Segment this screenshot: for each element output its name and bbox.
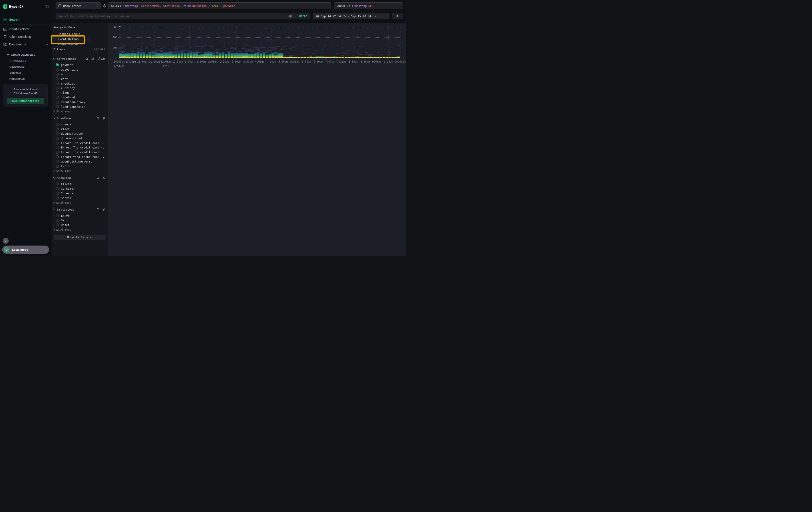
create-dashboard-button[interactable]: Create Dashboard: [0, 51, 52, 58]
local-mode-menu[interactable]: U Local mode ›: [2, 246, 49, 254]
checkbox[interactable]: [56, 132, 59, 135]
help-button[interactable]: ?: [3, 238, 9, 244]
pin-icon[interactable]: [103, 117, 106, 120]
chevron-down-icon[interactable]: [53, 58, 56, 60]
analysis-mode-event-deltas[interactable]: Event Deltas: [54, 36, 91, 42]
checkbox[interactable]: [56, 96, 59, 99]
checkbox[interactable]: [56, 141, 59, 144]
filter-option-checkout[interactable]: checkout: [52, 81, 108, 86]
filter-option-server[interactable]: Server: [52, 196, 108, 200]
checkbox[interactable]: [56, 165, 59, 168]
checkbox[interactable]: [56, 123, 59, 126]
sidebar-item-search[interactable]: Search: [0, 16, 52, 23]
analysis-mode-event-patterns[interactable]: Event Patterns: [54, 42, 91, 47]
checkbox[interactable]: [56, 137, 59, 140]
checkbox[interactable]: [56, 105, 59, 108]
search-icon[interactable]: [97, 117, 99, 120]
filter-option-frontend-proxy[interactable]: frontend-proxy: [52, 100, 108, 104]
filter-option-consumer[interactable]: Consumer: [52, 186, 108, 191]
load-more-button[interactable]: Load more: [52, 227, 108, 232]
chevron-up-icon[interactable]: [46, 44, 48, 45]
presets-toggle[interactable]: PRESETS: [0, 58, 52, 64]
search-icon[interactable]: [85, 57, 88, 60]
more-filters-button[interactable]: More filters: [54, 235, 106, 240]
sidebar-preset-services[interactable]: Services: [0, 70, 52, 76]
checkbox[interactable]: [56, 101, 59, 104]
sidebar-preset-kubernetes[interactable]: Kubernetes: [0, 76, 52, 82]
chevron-down-icon[interactable]: [53, 209, 56, 210]
filter-option-ok[interactable]: Ok: [52, 218, 108, 223]
filter-option-expire[interactable]: EXPIRE: [52, 164, 108, 168]
time-range-picker[interactable]: Sep 14 22:04:35 - Sep 15 10:04:35: [313, 13, 389, 19]
filter-option-payment[interactable]: ✓payment: [52, 62, 108, 67]
sidebar-item-dashboards[interactable]: Dashboards: [0, 41, 52, 48]
filter-option-unset[interactable]: Unset: [52, 223, 108, 227]
checkbox-checked[interactable]: ✓: [56, 63, 59, 66]
clear-all-filters-button[interactable]: Clear all: [91, 48, 105, 51]
filter-option-frontend[interactable]: frontend: [52, 95, 108, 100]
checkbox[interactable]: [56, 151, 59, 154]
checkbox[interactable]: [56, 155, 59, 158]
language-lucene-option[interactable]: Lucene: [298, 15, 307, 18]
checkbox[interactable]: [56, 78, 59, 80]
filter-option-documentload[interactable]: documentLoad: [52, 136, 108, 141]
checkbox[interactable]: [56, 146, 59, 149]
pin-icon[interactable]: [91, 57, 94, 60]
analysis-mode-results-table[interactable]: Results Table: [54, 31, 91, 36]
chevron-down-icon[interactable]: [53, 177, 56, 179]
chevron-down-icon[interactable]: [53, 117, 56, 119]
filter-option-eventlistener-error[interactable]: eventListener.error: [52, 159, 108, 164]
checkbox[interactable]: [56, 183, 59, 185]
checkbox[interactable]: [56, 219, 59, 222]
sidebar-preset-clickhouse[interactable]: ClickHouse: [0, 64, 52, 70]
search-input[interactable]: Search your events w/ Lucene ex. column:…: [56, 13, 310, 19]
load-more-button[interactable]: Load more: [52, 200, 108, 205]
checkbox[interactable]: [56, 192, 59, 195]
sidebar-item-chart-explorer[interactable]: Chart Explorer: [0, 25, 52, 33]
sidebar-collapse-icon[interactable]: [45, 5, 49, 8]
pin-icon[interactable]: [103, 208, 106, 211]
filter-option-ad[interactable]: ad: [52, 72, 108, 77]
checkbox[interactable]: [56, 128, 59, 131]
filter-option-accounting[interactable]: accounting: [52, 67, 108, 72]
search-icon[interactable]: [97, 208, 99, 211]
filter-option-cart[interactable]: cart: [52, 77, 108, 81]
search-icon[interactable]: [97, 177, 99, 180]
filter-option-error[interactable]: Error: [52, 213, 108, 218]
filter-option-flagd[interactable]: flagd: [52, 90, 108, 95]
pin-icon[interactable]: [103, 177, 106, 180]
checkbox[interactable]: [56, 223, 59, 226]
sidebar-item-client-sessions[interactable]: Client Sessions: [0, 33, 52, 41]
filter-option-load-generator[interactable]: load-generator: [52, 104, 108, 109]
checkbox[interactable]: [56, 196, 59, 199]
clear-group-button[interactable]: Clear: [97, 57, 106, 60]
filter-option-error-the-credit-card-[interactable]: Error: The credit card (…: [52, 150, 108, 155]
filter-option-change[interactable]: change: [52, 122, 108, 127]
filter-option-error-the-credit-card-[interactable]: Error: The credit card (…: [52, 141, 108, 145]
checkbox[interactable]: [56, 160, 59, 163]
checkbox[interactable]: [56, 91, 59, 94]
checkbox[interactable]: [56, 73, 59, 76]
language-sql-option[interactable]: SQL: [288, 15, 293, 18]
sql-query-editor[interactable]: SELECT Timestamp, ServiceName, StatusCod…: [108, 2, 331, 9]
show-more-button[interactable]: Show more: [52, 168, 108, 173]
filter-option-error-the-credit-card-[interactable]: Error: The credit card (…: [52, 145, 108, 150]
filter-option-client[interactable]: Client: [52, 182, 108, 186]
order-by-editor[interactable]: ORDER BY Timestamp DESC: [334, 2, 403, 9]
show-more-button[interactable]: Show more: [52, 109, 108, 114]
run-query-button[interactable]: [392, 13, 403, 19]
checkbox[interactable]: [56, 214, 59, 217]
checkbox[interactable]: [56, 68, 59, 71]
filter-option-currency[interactable]: currency: [52, 86, 108, 90]
filter-option-error-visa-cache-full-[interactable]: Error: Visa cache full: …: [52, 155, 108, 159]
checkbox[interactable]: [56, 87, 59, 89]
checkbox[interactable]: [56, 187, 59, 190]
filter-option-label: click: [61, 127, 69, 131]
source-select[interactable]: Demo Traces ⌃⌄: [56, 2, 101, 9]
filter-option-documentfetch[interactable]: documentFetch: [52, 131, 108, 136]
filter-option-internal[interactable]: Internal: [52, 191, 108, 196]
gear-icon[interactable]: [103, 4, 106, 8]
checkbox[interactable]: [56, 82, 59, 85]
get-started-button[interactable]: Get Started for Free: [7, 98, 44, 104]
filter-option-click[interactable]: click: [52, 127, 108, 131]
